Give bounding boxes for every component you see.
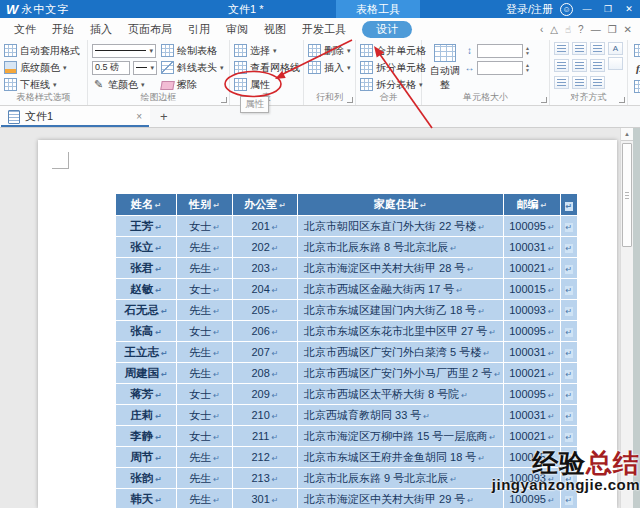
table-cell[interactable]: 203↵ — [233, 258, 297, 278]
align-top-left-button[interactable] — [554, 42, 569, 55]
tab-view[interactable]: 视图 — [256, 18, 294, 40]
table-cell[interactable]: 202↵ — [233, 237, 297, 257]
split-cells-button[interactable]: 拆分单元格 — [360, 59, 418, 76]
table-cell[interactable]: 先生↵ — [177, 258, 232, 278]
align-top-center-button[interactable] — [572, 42, 587, 55]
table-cell[interactable]: 100021↵ — [504, 363, 560, 383]
formula-button[interactable]: fx — [636, 62, 640, 74]
table-cell[interactable]: 北京西城育教胡同 33 号↵ — [298, 405, 503, 425]
table-cell[interactable]: 100015↵ — [504, 279, 560, 299]
table-cell[interactable]: 女士↵ — [177, 216, 232, 236]
table-cell[interactable]: 206↵ — [233, 321, 297, 341]
column-header[interactable]: 姓名↵ — [116, 194, 176, 215]
sort-icon[interactable] — [634, 44, 640, 57]
minimize-document-icon[interactable]: — — [591, 24, 601, 35]
hand-tool-icon[interactable]: ☝ — [565, 24, 571, 35]
table-cell[interactable]: 先生↵ — [177, 447, 232, 467]
minimize-button[interactable]: — — [580, 4, 594, 14]
merge-cells-button[interactable]: 合并单元格 — [360, 42, 418, 59]
line-weight-dropdown[interactable]: 0.5 磅 — [92, 61, 130, 75]
align-middle-right-button[interactable] — [590, 59, 605, 72]
table-cell[interactable]: 北京市海淀区中关村大街甲 29 号↵ — [298, 489, 503, 508]
dialog-launcher-icon[interactable] — [347, 97, 353, 103]
table-cell[interactable]: 蒋芳↵ — [116, 384, 176, 404]
insert-button[interactable]: 插入 ▾ — [308, 59, 352, 76]
table-cell[interactable]: 北京市西城区广安门外白菜湾 5 号楼↵ — [298, 342, 503, 362]
dialog-launcher-icon[interactable] — [619, 97, 625, 103]
table-cell[interactable]: 周建国↵ — [116, 363, 176, 383]
table-cell[interactable]: 先生↵ — [177, 342, 232, 362]
table-cell[interactable]: 李静↵ — [116, 426, 176, 446]
table-cell[interactable]: 100095↵ — [504, 321, 560, 341]
cell-margins-button[interactable] — [608, 57, 623, 70]
document-tab-active[interactable]: 文件1 × — [0, 106, 150, 127]
table-cell[interactable]: 先生↵ — [177, 468, 232, 488]
table-cell[interactable]: 张立↵ — [116, 237, 176, 257]
shading-color-button[interactable]: 底纹颜色 ▾ — [4, 59, 84, 76]
tab-developer[interactable]: 开发工具 — [294, 18, 354, 40]
row-height-stepper[interactable]: ▲▼ — [525, 46, 530, 56]
table-cell[interactable]: 212↵ — [233, 447, 297, 467]
user-avatar-icon[interactable]: ☺ — [560, 3, 573, 16]
view-gridlines-button[interactable]: 查看网格线 — [234, 59, 300, 76]
table-cell[interactable]: 女士↵ — [177, 426, 232, 446]
column-width-input[interactable] — [477, 61, 523, 75]
text-direction-button[interactable]: A — [608, 42, 623, 55]
table-cell[interactable]: 张高↵ — [116, 321, 176, 341]
tab-review[interactable]: 审阅 — [218, 18, 256, 40]
draw-table-button[interactable]: 绘制表格 — [161, 42, 224, 59]
login-link[interactable]: 登录/注册 — [506, 2, 553, 17]
table-cell[interactable]: 先生↵ — [177, 300, 232, 320]
line-style-dropdown[interactable]: ▾ — [92, 44, 156, 58]
close-tab-icon[interactable]: × — [136, 111, 142, 122]
table-cell[interactable]: 先生↵ — [177, 237, 232, 257]
close-document-icon[interactable]: ✕ — [624, 24, 632, 35]
column-width-stepper[interactable]: ▲▼ — [525, 63, 530, 73]
tab-home[interactable]: 开始 — [44, 18, 82, 40]
back-icon[interactable]: ‹ — [540, 24, 543, 35]
column-header[interactable]: 办公室↵ — [233, 194, 297, 215]
tab-references[interactable]: 引用 — [180, 18, 218, 40]
table-cell[interactable]: 石无忌↵ — [116, 300, 176, 320]
table-cell[interactable]: 北京市东城区建国门内大街乙 18 号↵ — [298, 300, 503, 320]
table-cell[interactable]: 205↵ — [233, 300, 297, 320]
table-cell[interactable]: 208↵ — [233, 363, 297, 383]
table-cell[interactable]: 204↵ — [233, 279, 297, 299]
column-header[interactable]: 家庭住址↵ — [298, 194, 503, 215]
table-cell[interactable]: 赵敏↵ — [116, 279, 176, 299]
row-height-input[interactable] — [477, 44, 523, 58]
table-cell[interactable]: 北京市东城区王府井金鱼胡同 18 号↵ — [298, 447, 503, 467]
dialog-launcher-icon[interactable] — [221, 97, 227, 103]
restore-document-icon[interactable]: ❐ — [608, 24, 617, 35]
tab-file[interactable]: 文件 — [6, 18, 44, 40]
table-cell[interactable]: 先生↵ — [177, 363, 232, 383]
tab-design-active[interactable]: 设计 — [362, 21, 412, 38]
table-cell[interactable]: 王芳↵ — [116, 216, 176, 236]
align-top-right-button[interactable] — [590, 42, 605, 55]
table-cell[interactable]: 301↵ — [233, 489, 297, 508]
autofit-button[interactable]: 自动调整 — [426, 42, 464, 92]
new-document-tab-button[interactable]: + — [160, 109, 168, 124]
maximize-button[interactable]: ❐ — [601, 4, 615, 14]
table-cell[interactable]: 100031↵ — [504, 237, 560, 257]
table-cell[interactable]: 100031↵ — [504, 405, 560, 425]
close-button[interactable]: ✕ — [622, 4, 636, 14]
table-cell[interactable]: 女士↵ — [177, 405, 232, 425]
table-cell[interactable]: 207↵ — [233, 342, 297, 362]
table-cell[interactable]: 100021↵ — [504, 258, 560, 278]
help-icon[interactable]: ? — [578, 24, 584, 35]
table-cell[interactable]: 100021↵ — [504, 426, 560, 446]
tab-page-layout[interactable]: 页面布局 — [120, 18, 180, 40]
table-cell[interactable]: 北京市西城区太平桥大街 8 号院↵ — [298, 384, 503, 404]
table-cell[interactable]: 北京市海淀区万柳中路 15 号一层底商↵ — [298, 426, 503, 446]
table-cell[interactable]: 209↵ — [233, 384, 297, 404]
auto-format-button[interactable]: 自动套用格式 — [4, 42, 84, 59]
table-cell[interactable]: 北京市北辰东路 9 号北京北辰↵ — [298, 468, 503, 488]
table-cell[interactable]: 211↵ — [233, 426, 297, 446]
diagonal-header-button[interactable]: 斜线表头 ▾ — [161, 59, 224, 76]
table-cell[interactable]: 201↵ — [233, 216, 297, 236]
table-cell[interactable]: 先生↵ — [177, 489, 232, 508]
scrollbar-thumb[interactable] — [622, 143, 632, 247]
table-cell[interactable]: 韩天↵ — [116, 489, 176, 508]
scroll-up-button[interactable]: ▲ — [621, 128, 633, 141]
